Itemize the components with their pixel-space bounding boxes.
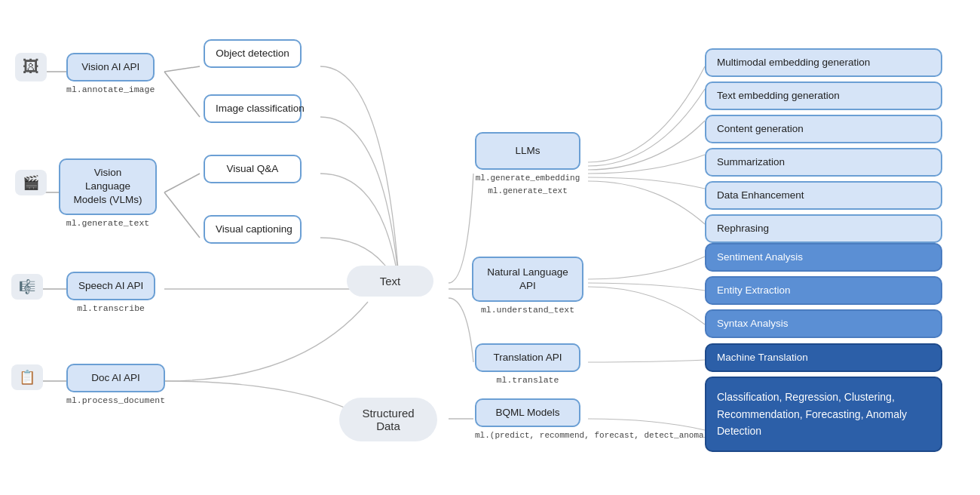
ml-predict-label: ml.(predict, recommend, forecast, detect… [475, 429, 729, 442]
svg-line-4 [164, 66, 200, 72]
ml-generate-embedding-label: ml.generate_embedding [476, 174, 580, 183]
machine-translation-label: Machine Translation [717, 352, 808, 363]
syntax-analysis-group: Syntax Analysis [705, 309, 942, 338]
content-generation-group: Content generation [705, 115, 942, 143]
music-icon: 🎼 [11, 274, 43, 300]
ml-understand-text-label: ml.understand_text [472, 305, 583, 315]
structured-data-label: Structured Data [362, 407, 414, 432]
visual-captioning-group: Visual captioning [204, 215, 302, 244]
entity-extraction-group: Entity Extraction [705, 276, 942, 305]
bqml-group: BQML Models ml.(predict, recommend, fore… [475, 398, 729, 442]
text-group: Text [347, 266, 433, 297]
machine-translation-box: Machine Translation [705, 343, 942, 372]
nlp-group: Natural Language API ml.understand_text [472, 257, 583, 315]
svg-line-5 [164, 72, 200, 117]
data-enhancement-box: Data Enhancement [705, 181, 942, 210]
doc-ai-api-label: Doc AI API [91, 372, 140, 383]
nlp-label: Natural Language API [487, 266, 568, 291]
llms-ml-labels: ml.generate_embedding ml.generate_text [475, 172, 580, 197]
entity-extraction-box: Entity Extraction [705, 276, 942, 305]
entity-extraction-label: Entity Extraction [717, 284, 791, 296]
ml-transcribe-label: ml.transcribe [66, 303, 155, 313]
multimodal-embedding-box: Multimodal embedding generation [705, 48, 942, 77]
translation-label: Translation API [493, 352, 562, 363]
doc-ai-api-box: Doc AI API [66, 364, 165, 392]
vision-ai-api-label: Vision AI API [81, 61, 139, 72]
text-label: Text [380, 275, 401, 287]
ml-annotate-image-label: ml.annotate_image [66, 85, 155, 94]
image-icon: 🖼 [15, 53, 47, 81]
sentiment-analysis-group: Sentiment Analysis [705, 243, 942, 272]
vlm-box: Vision Language Models (VLMs) [59, 158, 157, 215]
bqml-label: BQML Models [495, 407, 559, 418]
machine-translation-group: Machine Translation [705, 343, 942, 372]
image-classification-box: Image classification [204, 94, 302, 123]
speech-ai-api-box: Speech AI API [66, 272, 155, 300]
video-icon: 🎬 [15, 170, 47, 195]
data-enhancement-group: Data Enhancement [705, 181, 942, 210]
object-detection-group: Object detection [204, 39, 302, 68]
document-icon: 📋 [11, 364, 43, 390]
text-embedding-label: Text embedding generation [717, 90, 840, 101]
content-generation-label: Content generation [717, 123, 804, 134]
multimodal-embedding-group: Multimodal embedding generation [705, 48, 942, 77]
syntax-analysis-label: Syntax Analysis [717, 318, 789, 329]
svg-line-7 [164, 192, 200, 238]
object-detection-label: Object detection [216, 48, 289, 59]
llms-group: LLMs ml.generate_embedding ml.generate_t… [475, 132, 580, 197]
svg-line-6 [164, 174, 200, 192]
rephrasing-group: Rephrasing [705, 214, 942, 243]
vlm-group: Vision Language Models (VLMs) ml.generat… [59, 158, 157, 228]
nlp-box: Natural Language API [472, 257, 583, 302]
vision-ai-api-box: Vision AI API [66, 53, 155, 81]
bqml-tasks-box: Classification, Regression, Clustering, … [705, 377, 942, 452]
sentiment-analysis-label: Sentiment Analysis [717, 251, 803, 263]
ml-translate-label: ml.translate [475, 375, 580, 385]
visual-qa-label: Visual Q&A [227, 163, 279, 174]
syntax-analysis-box: Syntax Analysis [705, 309, 942, 338]
sentiment-analysis-box: Sentiment Analysis [705, 243, 942, 272]
structured-data-group: Structured Data [339, 398, 437, 441]
ml-generate-text-label: ml.generate_text [488, 186, 568, 195]
summarization-label: Summarization [717, 156, 785, 168]
visual-captioning-label: Visual captioning [216, 223, 292, 235]
bqml-tasks-label: Classification, Regression, Clustering, … [717, 389, 930, 439]
translation-box: Translation API [475, 343, 580, 372]
image-classification-group: Image classification [204, 94, 302, 123]
speech-ai-api-group: Speech AI API ml.transcribe [66, 272, 155, 313]
structured-data-ellipse: Structured Data [339, 398, 437, 441]
vlm-label: Vision Language Models (VLMs) [74, 167, 142, 205]
object-detection-box: Object detection [204, 39, 302, 68]
multimodal-embedding-label: Multimodal embedding generation [717, 57, 870, 68]
doc-ai-api-group: Doc AI API ml.process_document [66, 364, 165, 405]
rephrasing-box: Rephrasing [705, 214, 942, 243]
visual-qa-box: Visual Q&A [204, 155, 302, 183]
text-embedding-group: Text embedding generation [705, 81, 942, 110]
llms-label: LLMs [515, 145, 540, 156]
summarization-group: Summarization [705, 148, 942, 177]
ml-process-document-label: ml.process_document [66, 395, 165, 405]
visual-qa-group: Visual Q&A [204, 155, 302, 183]
data-enhancement-label: Data Enhancement [717, 189, 804, 201]
ml-generate-text-vlm-label: ml.generate_text [59, 218, 157, 228]
summarization-box: Summarization [705, 148, 942, 177]
text-embedding-box: Text embedding generation [705, 81, 942, 110]
llms-box: LLMs [475, 132, 580, 170]
vision-ai-api-group: Vision AI API ml.annotate_image [66, 53, 155, 94]
bqml-box: BQML Models [475, 398, 580, 427]
content-generation-box: Content generation [705, 115, 942, 143]
rephrasing-label: Rephrasing [717, 223, 769, 234]
visual-captioning-box: Visual captioning [204, 215, 302, 244]
text-ellipse: Text [347, 266, 433, 297]
image-classification-label: Image classification [216, 103, 305, 114]
bqml-tasks-group: Classification, Regression, Clustering, … [705, 377, 942, 452]
diagram: 🖼 🎬 🎼 📋 Vision AI API ml.annotate_image … [0, 0, 980, 495]
speech-ai-api-label: Speech AI API [78, 280, 143, 291]
translation-group: Translation API ml.translate [475, 343, 580, 385]
